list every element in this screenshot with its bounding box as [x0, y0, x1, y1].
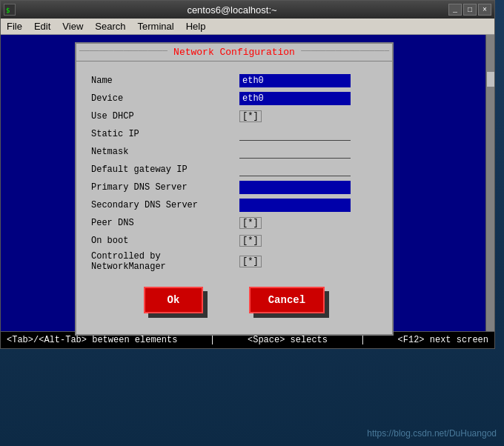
field-networkmanager-label: Controlled by NetworkManager [91, 251, 239, 272]
field-static-ip-row: Static IP [91, 127, 377, 142]
field-device-row: Device eth0 [91, 91, 377, 106]
field-dhcp-label: Use DHCP [91, 111, 239, 122]
dialog-title: Network Configuration [76, 44, 392, 61]
dialog-buttons: Ok Cancel [91, 275, 377, 319]
field-gateway-label: Default gateway IP [91, 164, 239, 175]
field-primary-dns-value[interactable] [239, 181, 351, 194]
status-hint-1: <Tab>/<Alt-Tab> between elements [7, 335, 177, 345]
field-secondary-dns-value[interactable] [239, 199, 351, 212]
status-hint-2: <Space> selects [248, 335, 328, 345]
close-button[interactable]: × [478, 4, 491, 16]
field-device-value[interactable]: eth0 [239, 92, 351, 105]
field-onboot-label: On boot [91, 236, 239, 246]
scrollbar-thumb[interactable] [487, 72, 494, 87]
menu-search[interactable]: Search [92, 20, 128, 33]
terminal-icon: $ [4, 4, 16, 16]
menu-terminal[interactable]: Terminal [135, 20, 177, 33]
ok-button[interactable]: Ok [144, 287, 203, 313]
field-device-label: Device [91, 93, 239, 104]
watermark: https://blog.csdn.net/DuHuangod [367, 428, 497, 439]
menu-help[interactable]: Help [183, 20, 209, 33]
status-separator-2: | [360, 335, 365, 345]
minimize-button[interactable]: _ [448, 4, 462, 16]
field-name-row: Name eth0 [91, 73, 377, 88]
dialog-body: Name eth0 Device eth0 Use DHCP [*] Stati… [76, 61, 392, 334]
status-hint-3: <F12> next screen [398, 335, 488, 345]
field-secondary-dns-label: Secondary DNS Server [91, 200, 239, 210]
field-static-ip-value[interactable] [239, 127, 351, 141]
svg-text:$: $ [6, 7, 10, 14]
menu-file[interactable]: File [4, 20, 25, 33]
field-netmask-label: Netmask [91, 147, 239, 157]
title-bar-controls: _ □ × [448, 4, 491, 16]
window-title: centos6@localhost:~ [16, 4, 448, 16]
field-name-label: Name [91, 76, 239, 86]
field-name-value[interactable]: eth0 [239, 74, 351, 87]
ok-button-wrapper: Ok [144, 287, 203, 313]
field-gateway-row: Default gateway IP [91, 162, 377, 177]
field-dhcp-row: Use DHCP [*] [91, 109, 377, 124]
maximize-button[interactable]: □ [463, 4, 477, 16]
field-primary-dns-label: Primary DNS Server [91, 182, 239, 193]
terminal-window: $ centos6@localhost:~ _ □ × File Edit Vi… [0, 0, 495, 349]
field-peer-dns-value[interactable]: [*] [239, 217, 262, 229]
title-bar: $ centos6@localhost:~ _ □ × [1, 1, 494, 19]
field-networkmanager-value[interactable]: [*] [239, 256, 262, 267]
field-dhcp-value[interactable]: [*] [239, 110, 262, 122]
network-config-dialog: Network Configuration Name eth0 Device e… [75, 42, 394, 336]
field-primary-dns-row: Primary DNS Server [91, 180, 377, 195]
field-onboot-value[interactable]: [*] [239, 235, 262, 247]
menu-view[interactable]: View [59, 20, 86, 33]
status-separator-1: | [210, 335, 215, 345]
field-static-ip-label: Static IP [91, 129, 239, 139]
menu-bar: File Edit View Search Terminal Help [1, 19, 494, 35]
field-netmask-value[interactable] [239, 145, 351, 159]
cancel-button-wrapper: Cancel [249, 287, 325, 313]
menu-edit[interactable]: Edit [31, 20, 53, 33]
dialog-title-text: Network Configuration [168, 47, 301, 58]
field-secondary-dns-row: Secondary DNS Server [91, 198, 377, 213]
field-peer-dns-label: Peer DNS [91, 218, 239, 228]
field-netmask-row: Netmask [91, 144, 377, 159]
field-onboot-row: On boot [*] [91, 233, 377, 248]
terminal-scrollbar[interactable] [485, 35, 494, 331]
title-bar-left: $ [4, 4, 16, 16]
terminal-content: Network Configuration Name eth0 Device e… [1, 35, 494, 331]
cancel-button[interactable]: Cancel [249, 287, 325, 313]
field-networkmanager-row: Controlled by NetworkManager [*] [91, 251, 377, 272]
field-gateway-value[interactable] [239, 163, 351, 176]
field-peer-dns-row: Peer DNS [*] [91, 216, 377, 230]
